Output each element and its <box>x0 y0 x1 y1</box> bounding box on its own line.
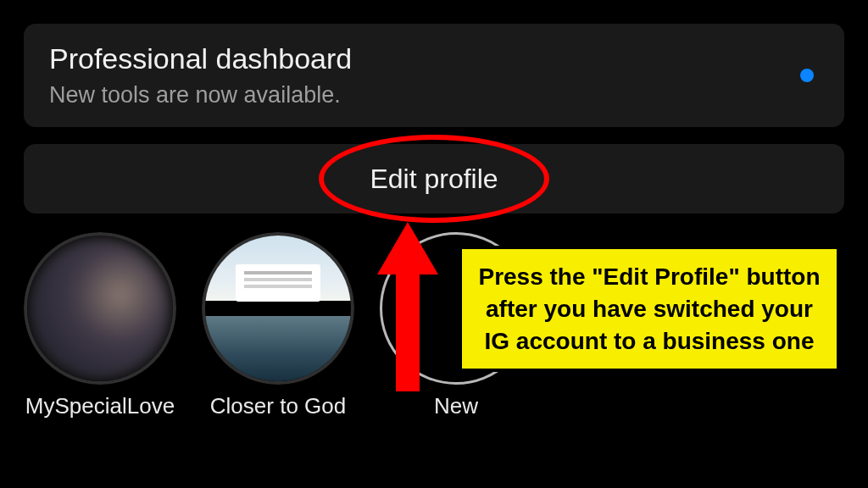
story-cover-icon <box>202 232 354 385</box>
story-highlight-item[interactable]: MySpecialLove <box>24 232 176 419</box>
story-label: New <box>434 393 478 419</box>
story-label: MySpecialLove <box>25 393 175 419</box>
professional-dashboard-card[interactable]: Professional dashboard New tools are now… <box>24 24 844 127</box>
dashboard-subtitle: New tools are now available. <box>49 82 819 108</box>
story-highlight-item[interactable]: Closer to God <box>202 232 354 419</box>
dashboard-title: Professional dashboard <box>49 42 819 75</box>
edit-profile-label: Edit profile <box>370 164 498 195</box>
annotation-text: Press the "Edit Profile" button after yo… <box>477 261 821 357</box>
annotation-callout: Press the "Edit Profile" button after yo… <box>459 246 840 372</box>
story-label: Closer to God <box>210 393 346 419</box>
edit-profile-button[interactable]: Edit profile <box>24 144 844 214</box>
story-cover-icon <box>24 232 176 385</box>
notification-dot-icon <box>800 69 814 82</box>
